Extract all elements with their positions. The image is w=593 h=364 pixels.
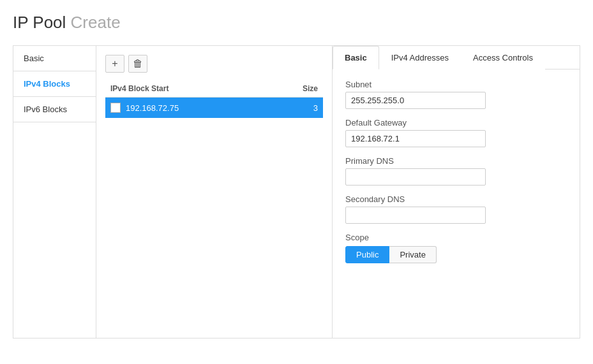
- scope-private-button[interactable]: Private: [389, 246, 436, 263]
- gateway-label: Default Gateway: [345, 118, 567, 127]
- col-start-header: IPv4 Block Start: [110, 84, 169, 93]
- scope-group: Scope Public Private: [345, 233, 567, 263]
- trash-icon: 🗑: [133, 58, 143, 69]
- middle-panel: + 🗑 IPv4 Block Start Size 192.168.72.75 …: [96, 46, 333, 338]
- primary-dns-group: Primary DNS: [345, 156, 567, 186]
- row-left: 192.168.72.75: [110, 103, 179, 113]
- secondary-dns-group: Secondary DNS: [345, 194, 567, 224]
- subnet-input[interactable]: [345, 92, 486, 109]
- table-header: IPv4 Block Start Size: [105, 80, 323, 98]
- col-size-header: Size: [303, 84, 318, 93]
- secondary-dns-input[interactable]: [345, 207, 486, 224]
- sidebar-item-ipv6-blocks[interactable]: IPv6 Blocks: [13, 97, 96, 122]
- form-area: Subnet Default Gateway Primary DNS Secon…: [333, 69, 580, 273]
- toolbar: + 🗑: [105, 55, 323, 73]
- tab-ipv4-addresses[interactable]: IPv4 Addresses: [379, 46, 461, 69]
- sidebar: Basic IPv4 Blocks IPv6 Blocks: [13, 46, 96, 338]
- delete-button[interactable]: 🗑: [128, 55, 147, 73]
- gateway-input[interactable]: [345, 130, 486, 147]
- tab-access-controls[interactable]: Access Controls: [461, 46, 545, 69]
- add-button[interactable]: +: [105, 55, 124, 73]
- tabs: Basic IPv4 Addresses Access Controls: [333, 46, 580, 69]
- scope-public-button[interactable]: Public: [345, 246, 389, 263]
- title-main: IP Pool: [13, 13, 66, 32]
- page-title: IP Pool Create: [13, 13, 580, 33]
- primary-dns-input[interactable]: [345, 168, 486, 186]
- gateway-group: Default Gateway: [345, 118, 567, 147]
- row-size: 3: [313, 103, 318, 113]
- row-ip: 192.168.72.75: [126, 103, 179, 113]
- subnet-label: Subnet: [345, 80, 567, 89]
- title-secondary: Create: [71, 13, 121, 32]
- table-row[interactable]: 192.168.72.75 3: [105, 98, 323, 118]
- row-icon: [110, 103, 121, 113]
- scope-label: Scope: [345, 233, 567, 242]
- scope-buttons: Public Private: [345, 246, 567, 263]
- main-layout: Basic IPv4 Blocks IPv6 Blocks + 🗑 IPv4 B…: [13, 45, 580, 339]
- subnet-group: Subnet: [345, 80, 567, 109]
- sidebar-item-basic[interactable]: Basic: [13, 46, 96, 71]
- sidebar-item-ipv4-blocks[interactable]: IPv4 Blocks: [13, 71, 96, 97]
- secondary-dns-label: Secondary DNS: [345, 194, 567, 204]
- tab-basic[interactable]: Basic: [333, 46, 379, 69]
- primary-dns-label: Primary DNS: [345, 156, 567, 166]
- right-panel: Basic IPv4 Addresses Access Controls Sub…: [333, 46, 580, 338]
